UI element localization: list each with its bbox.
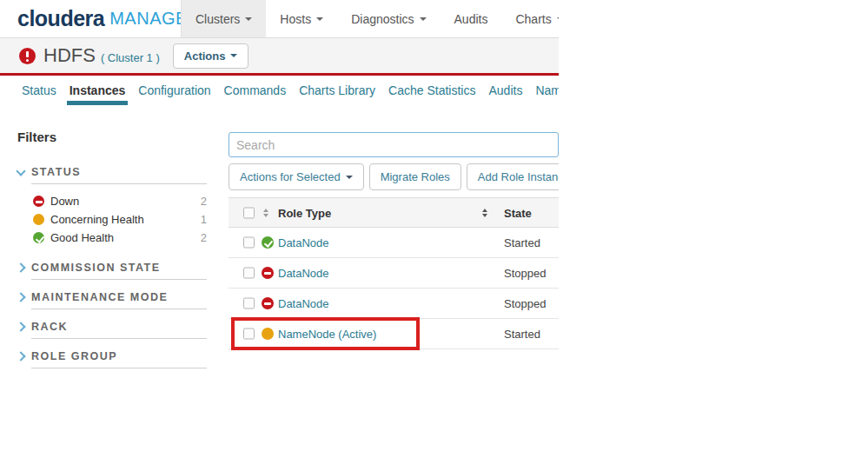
nav-item-diagnostics[interactable]: Diagnostics	[337, 0, 440, 37]
filter-section-label: RACK	[31, 321, 68, 333]
filters-panel: Filters STATUS Down 2 Concerning Health …	[17, 129, 207, 368]
nav-item-label: Diagnostics	[351, 12, 414, 26]
tab-label: Charts Library	[299, 83, 375, 97]
row-checkbox[interactable]	[243, 298, 255, 309]
status-filter-items: Down 2 Concerning Health 1 Good Health 2	[33, 192, 207, 247]
tab-label: Instances	[70, 83, 126, 97]
cluster-link[interactable]: ( Cluster 1 )	[101, 51, 160, 64]
tab-status[interactable]: Status	[22, 76, 56, 105]
caret-down-icon	[346, 176, 353, 179]
filter-item-label: Good Health	[50, 231, 114, 244]
caret-down-icon	[316, 17, 323, 21]
top-nav: cloudera MANAGER Clusters Hosts Diagnost…	[0, 0, 559, 38]
health-concerning-icon	[33, 214, 44, 225]
filter-item-count: 2	[201, 195, 207, 208]
tab-cache-statistics[interactable]: Cache Statistics	[388, 76, 475, 105]
tab-configuration[interactable]: Configuration	[138, 76, 210, 105]
role-type-link[interactable]: DataNode	[278, 297, 329, 310]
nav-item-label: Hosts	[280, 12, 311, 26]
actions-button[interactable]: Actions	[173, 43, 249, 69]
instances-main: Actions for Selected Migrate Roles Add R…	[229, 132, 559, 349]
tab-audits[interactable]: Audits	[488, 76, 522, 105]
logo-cloudera-text: cloudera	[17, 6, 104, 31]
health-concerning-icon	[262, 328, 274, 340]
tab-label: Cache Statistics	[388, 83, 475, 97]
tab-namenode-web-ui-clipped[interactable]: NameNode We	[535, 76, 559, 105]
column-header-state[interactable]: State	[504, 206, 532, 219]
caret-down-icon	[245, 17, 252, 21]
row-checkbox[interactable]	[243, 268, 255, 279]
role-type-link[interactable]: DataNode	[278, 236, 329, 249]
role-type-link[interactable]: NameNode (Active)	[278, 328, 376, 341]
state-cell: Started	[504, 328, 540, 341]
search-input[interactable]	[229, 132, 559, 157]
actions-for-selected-button[interactable]: Actions for Selected	[229, 163, 364, 190]
tab-label: Configuration	[138, 83, 210, 97]
divider	[31, 183, 207, 184]
divider	[31, 368, 207, 368]
migrate-roles-button[interactable]: Migrate Roles	[369, 163, 461, 190]
instances-toolbar: Actions for Selected Migrate Roles Add R…	[229, 163, 559, 190]
service-tabs: Status Instances Configuration Commands …	[0, 76, 559, 105]
cloudera-manager-logo[interactable]: cloudera MANAGER	[0, 0, 181, 37]
health-good-icon	[262, 236, 274, 249]
button-label: Add Role Instances	[478, 170, 559, 183]
health-good-icon	[33, 232, 44, 243]
nav-item-label: Clusters	[195, 12, 240, 26]
nav-item-label: Charts	[515, 12, 551, 26]
button-label: Actions for Selected	[240, 170, 341, 183]
state-cell: Started	[504, 236, 540, 249]
health-bad-icon	[19, 48, 36, 64]
tab-label: NameNode We	[535, 83, 559, 97]
filter-section-role-group[interactable]: ROLE GROUP	[17, 350, 207, 368]
divider	[31, 309, 207, 309]
nav-item-audits[interactable]: Audits	[441, 0, 502, 37]
chevron-down-icon	[16, 166, 25, 176]
filter-item-concerning-health[interactable]: Concerning Health 1	[33, 210, 207, 229]
service-header: HDFS ( Cluster 1 ) Actions	[0, 38, 559, 76]
page-title: HDFS	[43, 44, 96, 67]
caret-down-icon	[557, 17, 559, 21]
tab-charts-library[interactable]: Charts Library	[299, 76, 375, 105]
caret-down-icon	[420, 17, 427, 21]
sort-icon[interactable]	[263, 209, 268, 217]
select-all-checkbox[interactable]	[243, 207, 255, 218]
filter-section-status[interactable]: STATUS	[17, 166, 207, 178]
table-row-namenode: NameNode (Active) Started	[229, 319, 559, 349]
role-type-link[interactable]: DataNode	[278, 267, 329, 280]
state-cell: Stopped	[504, 267, 546, 280]
tab-commands[interactable]: Commands	[224, 76, 287, 105]
nav-item-clusters[interactable]: Clusters	[181, 0, 266, 37]
sort-asc-icon[interactable]	[482, 209, 487, 217]
health-down-icon	[33, 196, 44, 207]
nav-item-charts[interactable]: Charts	[501, 0, 559, 37]
tab-label: Audits	[488, 83, 522, 97]
chevron-right-icon	[16, 322, 25, 331]
actions-button-label: Actions	[184, 50, 226, 63]
filter-section-maintenance-mode[interactable]: MAINTENANCE MODE	[17, 291, 207, 309]
caret-down-icon	[230, 54, 237, 57]
column-header-role-type[interactable]: Role Type	[278, 206, 331, 219]
filter-item-good-health[interactable]: Good Health 2	[33, 229, 207, 247]
state-cell: Stopped	[504, 297, 546, 310]
row-checkbox[interactable]	[243, 237, 255, 249]
add-role-instances-button[interactable]: Add Role Instances	[467, 163, 559, 190]
filters-title: Filters	[17, 129, 207, 144]
divider	[31, 279, 207, 280]
filter-section-label: STATUS	[31, 166, 81, 178]
filter-item-count: 2	[201, 231, 207, 244]
table-row: DataNode Stopped	[229, 289, 559, 319]
tab-instances[interactable]: Instances	[70, 76, 126, 105]
filter-section-label: MAINTENANCE MODE	[31, 291, 168, 303]
nav-item-label: Audits	[454, 12, 488, 26]
divider	[31, 338, 207, 339]
row-checkbox[interactable]	[243, 329, 255, 340]
nav-item-hosts[interactable]: Hosts	[266, 0, 337, 37]
filter-item-label: Concerning Health	[50, 213, 144, 226]
filter-item-count: 1	[201, 213, 207, 226]
tab-label: Status	[22, 83, 56, 97]
filter-section-rack[interactable]: RACK	[17, 321, 207, 339]
filter-item-down[interactable]: Down 2	[33, 192, 207, 210]
filter-item-label: Down	[50, 195, 79, 208]
filter-section-commission-state[interactable]: COMMISSION STATE	[17, 262, 207, 280]
